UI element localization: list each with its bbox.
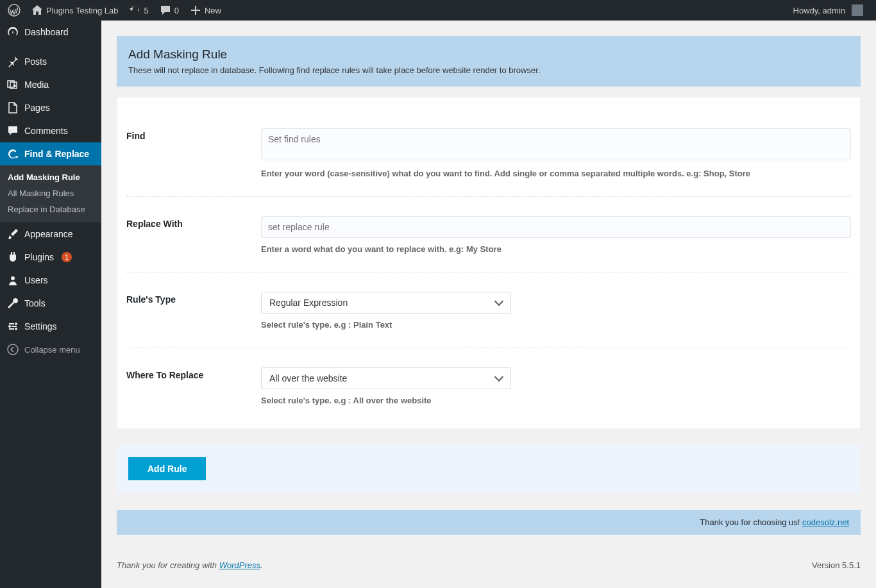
refresh-icon <box>129 4 142 17</box>
svg-point-3 <box>15 323 17 325</box>
main-area: Add Masking Rule These will not replace … <box>101 21 876 588</box>
menu-dashboard[interactable]: Dashboard <box>0 21 101 44</box>
new-label: New <box>205 6 221 15</box>
collapse-icon <box>6 343 19 356</box>
menu-comments-label: Comments <box>24 126 68 136</box>
avatar <box>852 4 863 16</box>
where-label: Where To Replace <box>126 367 261 405</box>
replace-label: Replace With <box>126 216 261 254</box>
user-icon <box>6 274 19 287</box>
greeting: Howdy, admin <box>793 6 845 15</box>
site-link[interactable]: Plugins Testing Lab <box>26 0 124 21</box>
menu-media[interactable]: Media <box>0 73 101 96</box>
dashboard-icon <box>6 26 19 38</box>
settings-icon <box>6 320 19 333</box>
updates-count: 5 <box>144 6 149 15</box>
where-select[interactable]: All over the website <box>261 367 511 389</box>
menu-dashboard-label: Dashboard <box>24 27 69 37</box>
type-hint: Select rule's type. e.g : Plain Text <box>261 320 851 330</box>
admin-topbar: Plugins Testing Lab 5 0 New Howdy, admin <box>0 0 876 21</box>
footer-link[interactable]: WordPress <box>219 560 260 570</box>
comment-icon <box>159 4 172 17</box>
menu-posts[interactable]: Posts <box>0 50 101 73</box>
menu-appearance[interactable]: Appearance <box>0 223 101 246</box>
replace-hint: Enter a word what do you want to replace… <box>261 244 851 254</box>
type-label: Rule's Type <box>126 292 261 330</box>
replace-input[interactable] <box>261 216 851 238</box>
svg-point-4 <box>8 325 11 328</box>
svg-point-2 <box>11 276 15 280</box>
type-select[interactable]: Regular Expression <box>261 292 511 314</box>
collapse-menu[interactable]: Collapse menu <box>0 338 101 361</box>
menu-posts-label: Posts <box>24 56 47 67</box>
submenu-replace-db[interactable]: Replace in Database <box>0 201 101 217</box>
menu-tools-label: Tools <box>24 298 46 308</box>
profile-link[interactable]: Howdy, admin <box>788 0 868 21</box>
page-desc: These will not replace in database. Foll… <box>128 65 849 75</box>
submenu-find-replace: Add Masking Rule All Masking Rules Repla… <box>0 165 101 223</box>
menu-find-replace[interactable]: Find & Replace <box>0 142 101 165</box>
comments-link[interactable]: 0 <box>154 0 184 21</box>
footer-version: Version 5.5.1 <box>812 560 861 570</box>
submit-row: Add Rule <box>117 444 861 493</box>
form-card: Find Enter your word (case-sensitive) wh… <box>117 97 861 429</box>
find-input[interactable] <box>261 128 851 160</box>
find-hint: Enter your word (case-sensitive) what do… <box>261 169 851 178</box>
thanks-text: Thank you for choosing us! <box>700 517 802 527</box>
menu-users-label: Users <box>24 275 48 285</box>
menu-settings[interactable]: Settings <box>0 315 101 338</box>
menu-settings-label: Settings <box>24 321 57 332</box>
page-icon <box>6 101 19 114</box>
svg-point-1 <box>13 85 16 87</box>
menu-find-replace-label: Find & Replace <box>24 149 89 159</box>
menu-pages[interactable]: Pages <box>0 96 101 119</box>
menu-plugins-label: Plugins <box>24 252 54 262</box>
updates-link[interactable]: 5 <box>124 0 154 21</box>
plugins-badge: 1 <box>62 252 72 262</box>
brush-icon <box>6 228 19 240</box>
new-link[interactable]: New <box>184 0 226 21</box>
plugin-icon <box>6 251 19 264</box>
thanks-link[interactable]: codesolz.net <box>802 517 849 527</box>
media-icon <box>6 78 19 91</box>
site-name: Plugins Testing Lab <box>46 6 119 15</box>
wordpress-icon <box>8 4 21 17</box>
plus-icon <box>189 4 202 17</box>
collapse-label: Collapse menu <box>24 345 80 355</box>
admin-sidebar: Dashboard Posts Media Pages Comments Fin… <box>0 21 101 588</box>
footer: Thank you for creating with WordPress. V… <box>117 560 861 570</box>
wrench-icon <box>6 297 19 310</box>
menu-media-label: Media <box>24 80 49 90</box>
find-label: Find <box>126 128 261 178</box>
wp-logo[interactable] <box>3 0 26 21</box>
footer-text: Thank you for creating with <box>117 560 219 570</box>
menu-comments[interactable]: Comments <box>0 119 101 142</box>
submenu-all-masking[interactable]: All Masking Rules <box>0 185 101 201</box>
add-rule-button[interactable]: Add Rule <box>128 457 206 480</box>
svg-point-5 <box>15 328 17 330</box>
pin-icon <box>6 55 19 68</box>
menu-tools[interactable]: Tools <box>0 292 101 315</box>
thanks-banner: Thank you for choosing us! codesolz.net <box>117 510 861 535</box>
page-title: Add Masking Rule <box>128 47 849 62</box>
find-replace-icon <box>6 147 19 160</box>
menu-plugins[interactable]: Plugins 1 <box>0 246 101 269</box>
home-icon <box>31 4 44 17</box>
menu-pages-label: Pages <box>24 103 50 113</box>
comments-count: 0 <box>174 6 179 15</box>
page-header: Add Masking Rule These will not replace … <box>117 36 861 87</box>
submenu-add-masking[interactable]: Add Masking Rule <box>0 169 101 185</box>
menu-users[interactable]: Users <box>0 269 101 292</box>
where-hint: Select rule's type. e.g : All over the w… <box>261 396 851 405</box>
comment-icon <box>6 124 19 137</box>
menu-appearance-label: Appearance <box>24 229 73 239</box>
svg-point-6 <box>8 344 18 355</box>
